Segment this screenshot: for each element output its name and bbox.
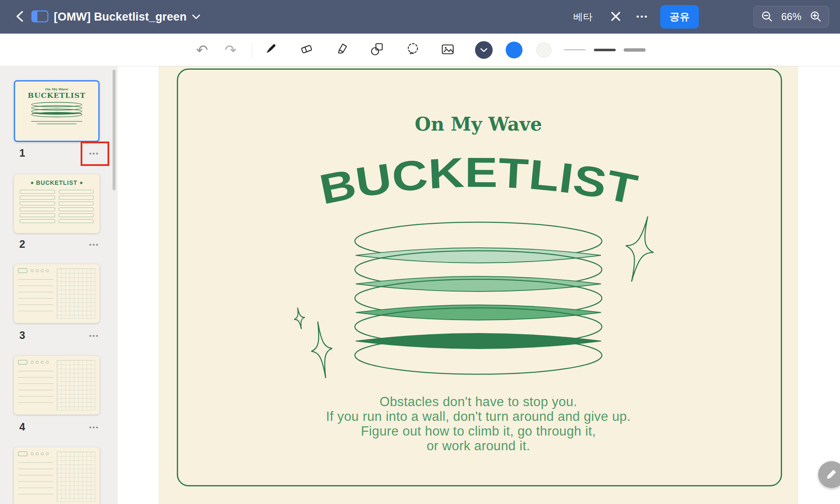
sparkle-icon [80,181,83,184]
sparkle-left-icon [289,306,339,390]
pen-icon [263,42,278,58]
thumb1-caption-lines [15,121,98,124]
sidebar-panel-icon [30,8,50,26]
page-4-more-button[interactable]: ••• [84,420,104,436]
sidebar-scrollbar[interactable] [113,70,116,190]
thumb1-coil-graphic [29,101,84,118]
thumb2-list-rows [14,186,100,223]
highlighter-icon [335,42,350,58]
lasso-icon [405,42,420,58]
pen-tool-button[interactable] [258,38,283,62]
top-bar: [OMW] Bucketlist_green 베타 ••• 공유 66% [0,0,840,34]
zoom-controls: 66% [753,6,829,28]
thumb3-grid-panel [57,268,95,319]
coil-illustration [352,215,604,380]
document-title[interactable]: [OMW] Bucketlist_green [54,10,186,24]
page-1-more-button[interactable]: ••• [84,146,104,162]
page-thumbnail-1[interactable]: On My Wave BUCKETLIST [14,80,100,142]
thumb5-left-panel [18,452,53,502]
page-number-2: 2 [19,238,25,250]
shape-tool-button[interactable] [365,38,389,62]
title-dropdown-chevron-icon[interactable] [192,14,201,20]
page-thumbnail-3[interactable] [14,264,100,323]
canvas-area: On My Wave BUCKETLIST [118,66,840,504]
thumb4-left-panel [18,360,53,410]
page-number-1: 1 [19,147,25,159]
eraser-tool-button[interactable] [294,38,319,62]
page-thumbnail-2[interactable]: BUCKETLIST [14,174,100,233]
thumb1-title: BUCKETLIST [15,91,98,100]
beta-label: 베타 [573,10,593,24]
pen-mode-toggle-button[interactable] [606,7,625,26]
lasso-tool-button[interactable] [401,38,425,62]
stroke-width-medium-button[interactable] [593,38,617,62]
back-button[interactable] [11,7,30,26]
sidebar-toggle-button[interactable] [30,7,50,26]
highlighter-tool-button[interactable] [330,38,354,62]
quote-line: Obstacles don't have to stop you. [159,394,798,409]
stroke-width-thick-button[interactable] [622,38,647,62]
chevron-down-icon [480,47,488,52]
topbar-right-cluster: 베타 ••• 공유 66% [573,5,829,29]
page-number-4: 4 [19,421,25,433]
quote-line: Figure out how to climb it, go through i… [159,424,798,438]
page-3-more-button[interactable]: ••• [84,328,104,344]
quote-line: If you run into a wall, don't turn aroun… [159,409,798,424]
page-number-3: 3 [19,329,25,341]
thin-stroke-swatch [564,49,585,50]
color-swatch-light-button[interactable] [532,38,556,62]
magnifier-plus-icon [809,10,822,24]
toolbar-divider [252,42,252,58]
blue-color-swatch [506,42,522,58]
thumb2-title: BUCKETLIST [14,179,100,186]
pen-settings-circle [475,41,493,59]
quote-line: or work around it. [159,438,798,453]
zoom-level: 66% [780,11,803,23]
sparkle-icon [31,181,34,184]
topbar-more-button[interactable]: ••• [636,12,648,21]
shapes-icon [370,42,385,58]
pages-sidebar: On My Wave BUCKETLIST 1 ••• BUCKETLIST [0,66,118,504]
zoom-out-button[interactable] [760,10,774,24]
magnifier-minus-icon [760,10,774,24]
zoom-in-button[interactable] [808,10,823,24]
thumb4-grid-panel [57,360,95,410]
stroke-width-thin-button[interactable] [562,38,587,62]
undo-button[interactable]: ↶ [190,38,214,62]
page-2-more-button[interactable]: ••• [84,237,104,253]
insert-image-button[interactable] [436,38,460,62]
page-thumbnail-5[interactable] [14,447,100,504]
svg-text:BUCKETLIST: BUCKETLIST [316,149,641,213]
thumb5-grid-panel [57,452,95,502]
page-subtitle: On My Wave [159,113,798,135]
document-page[interactable]: On My Wave BUCKETLIST [159,66,798,504]
chevron-left-icon [12,8,29,26]
color-swatch-blue-button[interactable] [502,38,526,62]
thumb1-subtitle: On My Wave [15,87,98,91]
redo-button[interactable]: ↷ [218,38,243,62]
quote-text: Obstacles don't have to stop you. If you… [159,394,798,453]
image-icon [440,42,455,58]
page-thumbnail-4[interactable] [14,356,100,415]
thumb3-left-panel [18,268,53,319]
arched-title-text: BUCKETLIST [316,149,641,213]
medium-stroke-swatch [594,49,616,51]
share-button[interactable]: 공유 [660,5,699,29]
eraser-icon [299,42,314,58]
sparkle-right-icon [619,213,661,289]
crossed-tools-icon [608,8,624,26]
thick-stroke-swatch [624,48,646,52]
pencil-icon [825,468,838,482]
app-window: [OMW] Bucketlist_green 베타 ••• 공유 66% [0,0,840,504]
light-color-swatch [536,42,551,58]
drawing-toolbar: ↶ ↷ [0,34,840,66]
pen-settings-button[interactable] [472,38,496,62]
